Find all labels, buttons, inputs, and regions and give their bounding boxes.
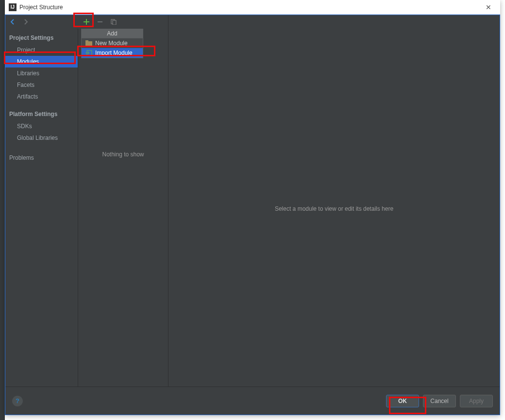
svg-rect-3 <box>85 40 88 42</box>
sidebar-item-sdks[interactable]: SDKs <box>5 120 78 132</box>
add-popup-menu: Add New Module Import Module <box>81 29 143 58</box>
module-list-panel: Nothing to show <box>78 15 168 403</box>
remove-module-button[interactable] <box>95 17 105 27</box>
help-button[interactable]: ? <box>12 396 23 406</box>
copy-module-button[interactable] <box>108 17 119 27</box>
forward-button[interactable] <box>21 17 31 27</box>
dialog-bottom-bar: ? OK Cancel Apply <box>5 386 500 415</box>
sidebar-heading-platform-settings: Platform Settings <box>5 102 78 120</box>
module-list-toolbar <box>78 15 168 29</box>
sidebar-heading-project-settings: Project Settings <box>5 29 78 44</box>
sidebar: Project Settings Project Modules Librari… <box>5 29 78 403</box>
back-button[interactable] <box>8 17 18 27</box>
close-icon[interactable]: ✕ <box>481 0 496 14</box>
folder-icon <box>85 40 92 47</box>
dialog-body: Project Settings Project Modules Librari… <box>5 15 500 415</box>
add-module-button[interactable] <box>81 17 92 27</box>
sidebar-item-facets[interactable]: Facets <box>5 79 78 91</box>
svg-rect-1 <box>113 20 116 25</box>
sidebar-item-problems[interactable]: Problems <box>5 144 78 164</box>
titlebar[interactable]: IJ Project Structure ✕ <box>5 0 500 15</box>
ok-button[interactable]: OK <box>386 395 419 407</box>
popup-item-label: Import Module <box>95 50 133 56</box>
sidebar-item-global-libraries[interactable]: Global Libraries <box>5 132 78 144</box>
sidebar-item-libraries[interactable]: Libraries <box>5 67 78 79</box>
titlebar-title: Project Structure <box>19 4 481 11</box>
editor-gutter-behind <box>0 0 5 420</box>
module-detail-panel: Select a module to view or edit its deta… <box>168 15 500 403</box>
apply-button: Apply <box>460 395 493 407</box>
sidebar-item-modules[interactable]: Modules <box>5 56 78 67</box>
popup-item-new-module[interactable]: New Module <box>82 38 143 48</box>
sidebar-item-project[interactable]: Project <box>5 44 78 56</box>
app-icon: IJ <box>9 3 17 11</box>
nothing-to-show-text: Nothing to show <box>78 151 168 158</box>
import-icon <box>85 50 92 56</box>
module-detail-placeholder: Select a module to view or edit its deta… <box>275 205 393 212</box>
cancel-button[interactable]: Cancel <box>423 395 456 407</box>
sidebar-item-artifacts[interactable]: Artifacts <box>5 91 78 102</box>
project-structure-dialog: IJ Project Structure ✕ Project Settings … <box>5 0 500 415</box>
popup-title: Add <box>82 29 143 38</box>
popup-item-label: New Module <box>95 40 128 47</box>
popup-item-import-module[interactable]: Import Module <box>82 48 143 58</box>
